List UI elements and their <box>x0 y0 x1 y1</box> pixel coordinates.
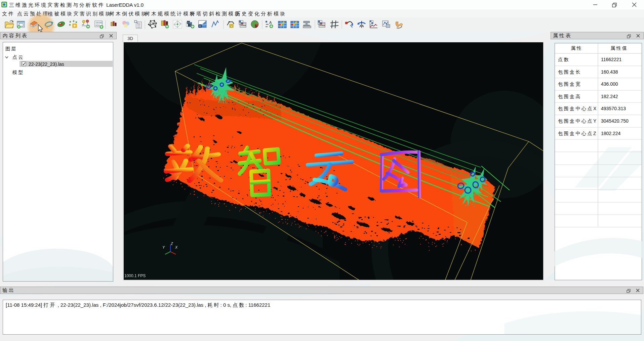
svg-text:Z: Z <box>170 242 173 246</box>
svg-text:A: A <box>269 20 272 25</box>
svg-text:1000.1 FPS: 1000.1 FPS <box>124 273 146 278</box>
svg-text:X: X <box>175 245 178 249</box>
svg-text:0I0: 0I0 <box>95 24 100 27</box>
svg-text:I0I0I: I0I0I <box>95 22 103 24</box>
svg-text:Y: Y <box>162 245 165 249</box>
